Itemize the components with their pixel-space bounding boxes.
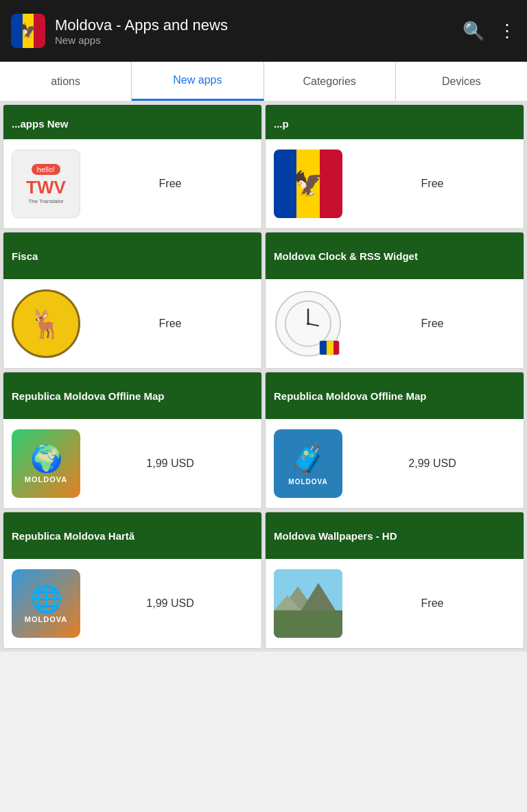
app-icon-flag: 🦅 [274, 150, 342, 218]
app-price: Free [349, 178, 515, 190]
app-icon-map-blue: 🧳 MOLDOVA [274, 429, 342, 498]
app-icon-map-globe: 🌐 MOLDOVA [12, 569, 80, 638]
app-price: Free [349, 318, 515, 330]
tab-devices[interactable]: Devices [396, 62, 527, 101]
card-title: Moldova Clock & RSS Widget [266, 232, 524, 279]
svg-rect-13 [327, 341, 333, 355]
card-title: Republica Moldova Offline Map [266, 372, 524, 419]
nav-tabs: ations New apps Categories Devices [0, 62, 527, 102]
app-price: 1,99 USD [87, 457, 253, 470]
card-header-partial2: ...p [266, 105, 524, 139]
app-icon-wallpaper [274, 569, 342, 638]
card-body: hello! TWV The Translator Free [3, 139, 261, 228]
app-icon-fisca: 🦌 [12, 289, 80, 358]
tab-categories[interactable]: Categories [264, 62, 396, 101]
app-price: Free [87, 318, 253, 330]
list-item[interactable]: Republica Moldova Offline Map 🧳 MOLDOVA … [265, 372, 524, 509]
app-header: 🦅 Moldova - Apps and news New apps 🔍 ⋮ [0, 0, 527, 62]
app-grid: ...apps New hello! TWV The Translator Fr… [0, 102, 527, 652]
app-price: 1,99 USD [87, 597, 253, 610]
list-item[interactable]: Republica Moldova Offline Map 🌍 MOLDOVA … [3, 372, 262, 509]
card-title: Republica Moldova Hartă [3, 512, 261, 559]
app-price: Free [87, 178, 253, 190]
tab-new-apps[interactable]: New apps [132, 62, 264, 101]
svg-rect-16 [274, 610, 342, 638]
tab-applications[interactable]: ations [0, 62, 132, 101]
svg-point-11 [307, 322, 309, 325]
app-subtitle: New apps [55, 34, 462, 46]
card-body: Free [266, 279, 524, 368]
app-price: Free [349, 597, 515, 610]
app-title: Moldova - Apps and news [55, 16, 462, 34]
app-icon-twv: hello! TWV The Translator [12, 150, 80, 218]
card-title: Fisca [3, 232, 261, 279]
card-body: 🦌 Free [3, 279, 261, 368]
svg-text:🦅: 🦅 [293, 169, 324, 198]
list-item[interactable]: Republica Moldova Hartă 🌐 MOLDOVA 1,99 U… [3, 512, 262, 649]
card-body: 🦅 Free [266, 139, 524, 228]
card-title: Moldova Wallpapers - HD [266, 512, 524, 559]
list-item[interactable]: ...p 🦅 Free [265, 104, 524, 229]
card-body: 🌐 MOLDOVA 1,99 USD [3, 559, 261, 648]
app-icon-clock [274, 289, 342, 358]
svg-text:🦅: 🦅 [20, 23, 37, 39]
svg-rect-14 [333, 341, 340, 355]
header-actions: 🔍 ⋮ [462, 21, 516, 42]
more-options-icon[interactable]: ⋮ [498, 21, 516, 42]
app-icon-map-green: 🌍 MOLDOVA [12, 429, 80, 498]
list-item[interactable]: Moldova Wallpapers - HD Free [265, 512, 524, 649]
card-header-partial: ...apps New [3, 105, 261, 139]
card-body: 🧳 MOLDOVA 2,99 USD [266, 419, 524, 508]
app-logo: 🦅 [11, 14, 45, 48]
list-item[interactable]: Moldova Clock & RSS Widget [265, 232, 524, 369]
header-text: Moldova - Apps and news New apps [55, 16, 462, 46]
list-item[interactable]: ...apps New hello! TWV The Translator Fr… [3, 104, 262, 229]
search-icon[interactable]: 🔍 [462, 21, 484, 42]
card-title: Republica Moldova Offline Map [3, 372, 261, 419]
list-item[interactable]: Fisca 🦌 Free [3, 232, 262, 369]
card-body: 🌍 MOLDOVA 1,99 USD [3, 419, 261, 508]
card-body: Free [266, 559, 524, 648]
svg-rect-12 [320, 341, 327, 355]
app-price: 2,99 USD [349, 457, 515, 470]
